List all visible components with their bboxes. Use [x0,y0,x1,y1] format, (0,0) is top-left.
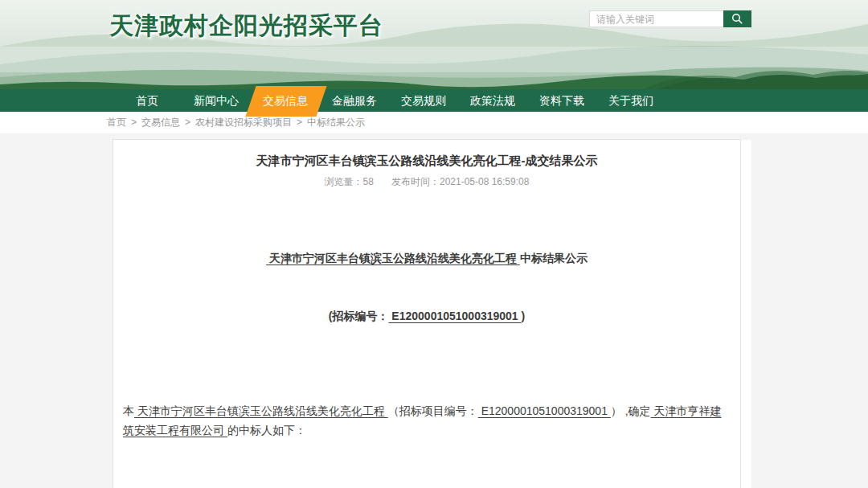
search-bar [589,10,751,27]
nav-item-trade-info[interactable]: 交易信息 [251,89,320,112]
breadcrumb-separator: > [131,117,137,128]
nav-item-policies[interactable]: 政策法规 [458,89,527,112]
publish-time: 2021-05-08 16:59:08 [440,176,529,187]
breadcrumb-rural-projects[interactable]: 农村建设招标采购项目 [195,117,292,128]
breadcrumb-separator: > [185,117,190,128]
article-content: 天津市宁河区丰台镇滨玉公路线沿线美化亮化工程 中标结果公示 (招标编号： E12… [123,210,731,488]
breadcrumb-home[interactable]: 首页 [107,117,126,128]
nav-item-downloads[interactable]: 资料下载 [527,89,596,112]
nav-item-news[interactable]: 新闻中心 [182,89,251,112]
site-title: 天津政村企阳光招采平台 [109,10,383,43]
views-label: 浏览量： [325,176,363,187]
breadcrumb: 首页>交易信息>农村建设招标采购项目>中标结果公示 [0,112,868,133]
search-icon [731,13,743,25]
search-button[interactable] [723,10,751,27]
nav-item-trade-rules[interactable]: 交易规则 [389,89,458,112]
main-nav: 首页 新闻中心 交易信息 金融服务 交易规则 政策法规 资料下载 关于我们 [0,89,868,112]
breadcrumb-trade-info[interactable]: 交易信息 [141,117,180,128]
page-body: 天津市宁河区丰台镇滨玉公路线沿线美化亮化工程-成交结果公示 浏览量：58发布时间… [0,133,868,488]
article-meta: 浏览量：58发布时间：2021-05-08 16:59:08 [123,175,731,189]
article-title: 天津市宁河区丰台镇滨玉公路线沿线美化亮化工程-成交结果公示 [123,153,731,169]
header-banner: 天津政村企阳光招采平台 [0,0,868,89]
nav-item-finance[interactable]: 金融服务 [320,89,389,112]
announcement-panel: 天津市宁河区丰台镇滨玉公路线沿线美化亮化工程-成交结果公示 浏览量：58发布时间… [113,139,741,488]
bid-number-line: (招标编号： E1200001051000319001 ) [123,306,731,326]
announcement-paragraph: 本 天津市宁河区丰台镇滨玉公路线沿线美化亮化工程 （招标项目编号： E12000… [123,401,731,440]
search-input[interactable] [589,10,723,27]
breadcrumb-current: 中标结果公示 [307,117,365,128]
nav-item-home[interactable]: 首页 [113,89,182,112]
nav-item-about[interactable]: 关于我们 [596,89,665,112]
breadcrumb-separator: > [297,117,302,128]
result-subtitle: 天津市宁河区丰台镇滨玉公路线沿线美化亮化工程 中标结果公示 [123,248,731,268]
publish-time-label: 发布时间： [391,176,440,187]
views-count: 58 [363,176,374,187]
